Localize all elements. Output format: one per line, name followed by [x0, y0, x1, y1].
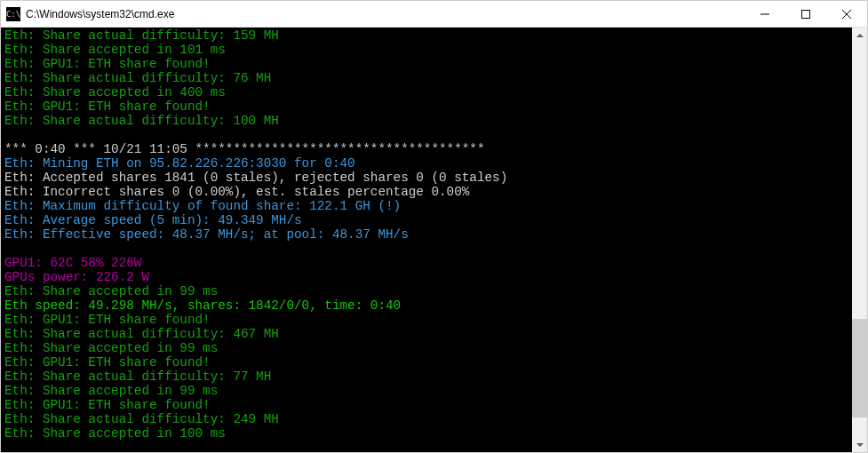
svg-rect-0	[802, 10, 810, 18]
terminal-line: Eth: GPU1: ETH share found!	[4, 398, 848, 412]
terminal-line: Eth: Share actual difficulty: 77 MH	[4, 370, 848, 384]
terminal-line: Eth: Mining ETH on 95.82.226.226:3030 fo…	[4, 156, 848, 171]
close-button[interactable]	[826, 1, 867, 27]
terminal-line: Eth: GPU1: ETH share found!	[4, 355, 848, 370]
terminal-line: Eth: Share actual difficulty: 249 MH	[4, 412, 848, 426]
terminal-line: Eth: Share actual difficulty: 159 MH	[4, 28, 848, 43]
terminal-line: Eth: Incorrect shares 0 (0.00%), est. st…	[4, 185, 848, 199]
cmd-window: C:\ C:\Windows\system32\cmd.exe Eth: Sha…	[0, 0, 868, 453]
scroll-up-button[interactable]	[852, 28, 867, 43]
terminal-line: Eth: Share accepted in 101 ms	[4, 43, 848, 57]
scrollbar-thumb[interactable]	[852, 319, 867, 417]
maximize-button[interactable]	[785, 1, 826, 27]
cmd-icon: C:\	[6, 7, 20, 21]
chevron-up-icon	[856, 34, 864, 37]
terminal-line: Eth: Share accepted in 99 ms	[4, 341, 848, 355]
terminal-line: Eth: Share accepted in 400 ms	[4, 85, 848, 99]
window-title: C:\Windows\system32\cmd.exe	[26, 8, 745, 20]
terminal-line: Eth: Accepted shares 1841 (0 stales), re…	[4, 171, 848, 185]
terminal-line: Eth: Share actual difficulty: 76 MH	[4, 71, 848, 85]
terminal-line: GPU1: 62C 58% 226W	[4, 256, 848, 270]
minimize-button[interactable]	[745, 1, 785, 27]
terminal-output[interactable]: Eth: Share actual difficulty: 159 MHEth:…	[1, 28, 852, 452]
terminal-line: Eth speed: 49.298 MH/s, shares: 1842/0/0…	[4, 298, 848, 313]
terminal-line: Eth: Effective speed: 48.37 MH/s; at poo…	[4, 227, 848, 242]
terminal-area: Eth: Share actual difficulty: 159 MHEth:…	[1, 28, 867, 452]
terminal-line: Eth: GPU1: ETH share found!	[4, 313, 848, 327]
maximize-icon	[801, 10, 810, 19]
chevron-down-icon	[856, 443, 864, 447]
terminal-line: Eth: Maximum difficulty of found share: …	[4, 199, 848, 213]
scrollbar[interactable]	[852, 28, 867, 452]
terminal-line: Eth: Share accepted in 99 ms	[4, 284, 848, 298]
terminal-line	[4, 128, 848, 142]
minimize-icon	[760, 10, 769, 19]
terminal-line: Eth: Share accepted in 99 ms	[4, 384, 848, 398]
scrollbar-track[interactable]	[852, 43, 867, 437]
terminal-line: *** 0:40 *** 10/21 11:05 ***************…	[4, 142, 848, 156]
terminal-line: Eth: Share actual difficulty: 467 MH	[4, 327, 848, 341]
terminal-line	[4, 242, 848, 256]
terminal-line: Eth: Average speed (5 min): 49.349 MH/s	[4, 213, 848, 227]
terminal-line: Eth: GPU1: ETH share found!	[4, 57, 848, 71]
window-controls	[745, 1, 867, 27]
titlebar[interactable]: C:\ C:\Windows\system32\cmd.exe	[1, 1, 867, 28]
terminal-line: GPUs power: 226.2 W	[4, 270, 848, 284]
terminal-line: Eth: Share actual difficulty: 100 MH	[4, 114, 848, 128]
close-icon	[842, 10, 851, 19]
terminal-line: Eth: GPU1: ETH share found!	[4, 99, 848, 114]
scroll-down-button[interactable]	[852, 437, 867, 452]
terminal-line: Eth: Share accepted in 100 ms	[4, 426, 848, 441]
